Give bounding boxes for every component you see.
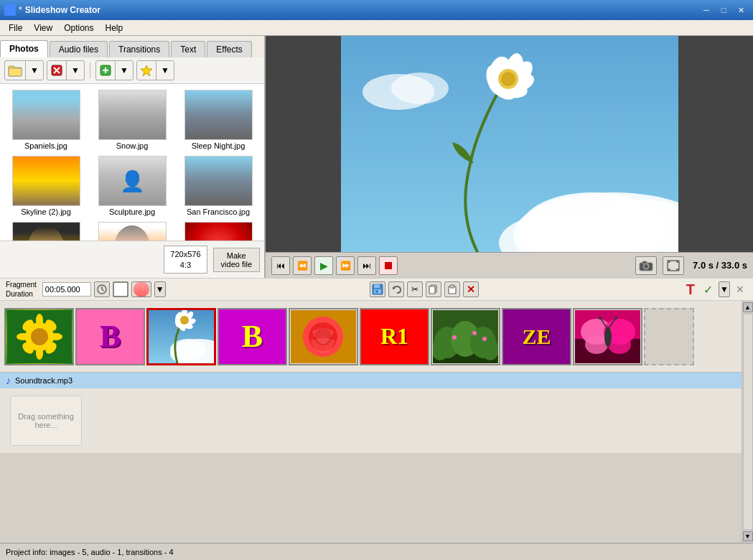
menu-file[interactable]: File (3, 22, 28, 34)
add-icon (99, 64, 112, 77)
timeline-strip-area: B (0, 301, 742, 373)
list-item[interactable]: Spaniels.jpg (4, 88, 88, 151)
dropdown-button[interactable]: ▼ (154, 281, 166, 297)
r1-thumbnail: R1 (361, 309, 428, 364)
menu-view[interactable]: View (28, 22, 58, 34)
forward-end-button[interactable]: ⏭ (357, 256, 376, 275)
list-item[interactable]: Rose.jpg (177, 220, 260, 241)
svg-point-87 (604, 327, 612, 347)
copy-button[interactable] (426, 281, 441, 297)
duration-input[interactable]: 00:05.000 (42, 282, 91, 297)
rewind-start-button[interactable]: ⏮ (271, 256, 290, 275)
fullscreen-button[interactable] (663, 256, 684, 275)
add-btn-group: ▼ (95, 60, 134, 80)
cut-button[interactable]: ✂ (407, 281, 423, 297)
add-dropdown-button[interactable]: ▼ (116, 61, 133, 80)
minimize-button[interactable]: ─ (698, 4, 714, 17)
scroll-down-button[interactable]: ▼ (743, 531, 753, 541)
make-video-button[interactable]: Makevideo file (213, 248, 260, 272)
svg-marker-9 (141, 65, 152, 76)
star-dropdown-button[interactable]: ▼ (156, 61, 174, 80)
svg-rect-30 (642, 261, 647, 263)
list-item[interactable]: Sleep Night.jpg (177, 88, 260, 151)
menu-help[interactable]: Help (100, 22, 129, 34)
preview-image (341, 36, 678, 252)
photo-thumbnail (184, 90, 253, 140)
list-item[interactable]: San Francisco.jpg (177, 154, 260, 218)
timeline-thumb-daisy[interactable] (146, 308, 216, 365)
open-dropdown-button[interactable]: ▼ (26, 61, 43, 80)
timeline-thumb-sunflower[interactable] (4, 308, 74, 365)
checkbox-button[interactable] (113, 281, 128, 297)
text-insert-button[interactable]: T (686, 281, 695, 298)
star-button[interactable] (137, 61, 156, 80)
daisy-svg-thumb (149, 310, 214, 363)
b-magenta-thumbnail: B (219, 309, 286, 364)
timeline-toolbar: Fragment Duration 00:05.000 ▼ (0, 278, 753, 301)
svg-rect-43 (450, 285, 454, 288)
menu-options[interactable]: Options (58, 22, 99, 34)
paste-button[interactable] (444, 281, 460, 297)
confirm-dropdown-button[interactable]: ▼ (719, 281, 730, 297)
forward-button[interactable]: ⏩ (336, 256, 355, 275)
audio-track: ♪ Soundtrack.mp3 (0, 373, 742, 388)
tab-photos[interactable]: Photos (0, 40, 48, 57)
list-item[interactable]: Snow.jpg (90, 88, 174, 151)
svg-rect-36 (374, 284, 380, 288)
copy-icon (429, 284, 439, 294)
preview-area (266, 36, 753, 252)
scroll-up-button[interactable]: ▲ (743, 302, 753, 312)
play-button[interactable]: ▶ (314, 256, 333, 275)
maximize-button[interactable]: □ (716, 4, 731, 17)
timeline-thumb-rose[interactable] (289, 308, 358, 365)
drop-zone-label: Drag something here... (17, 412, 75, 429)
svg-point-80 (482, 337, 487, 341)
list-item[interactable]: 👤 Sculpture.jpg (90, 154, 174, 218)
svg-point-49 (17, 333, 29, 340)
list-item[interactable]: Skyline (2).jpg (4, 154, 88, 218)
sunflower-svg (7, 310, 72, 363)
tab-audio-files[interactable]: Audio files (50, 41, 108, 57)
undo-button[interactable] (388, 281, 404, 297)
svg-point-91 (614, 317, 617, 319)
tab-effects[interactable]: Effects (207, 41, 251, 57)
add-button[interactable] (96, 61, 116, 80)
timeline-thumb-ze[interactable]: ZE (502, 308, 571, 365)
snapshot-button[interactable] (635, 256, 657, 275)
tab-text[interactable]: Text (171, 41, 205, 57)
timeline-thumb-butterfly[interactable] (573, 308, 642, 365)
separator-1 (90, 62, 90, 78)
delete-button[interactable] (47, 61, 67, 80)
avatar-button[interactable] (131, 281, 151, 297)
ze-thumbnail: ZE (503, 309, 570, 364)
list-item[interactable]: Sam.jpg (4, 220, 88, 241)
duration-picker-button[interactable] (94, 281, 110, 297)
stop-button[interactable] (379, 256, 398, 275)
timeline-thumb-r1[interactable]: R1 (360, 308, 429, 365)
svg-point-78 (452, 335, 457, 340)
scroll-track[interactable] (743, 314, 753, 530)
timeline-thumb-b-pink[interactable]: B (75, 308, 145, 365)
save-button[interactable] (370, 281, 385, 297)
close-button[interactable]: ✕ (733, 4, 749, 17)
confirm-button[interactable]: ✓ (703, 283, 713, 297)
drop-zone: Drag something here... (10, 396, 82, 446)
fragment-duration-label: Fragment Duration (6, 280, 37, 299)
svg-point-47 (36, 314, 43, 327)
timeline-thumb-b-magenta[interactable]: B (218, 308, 287, 365)
green-svg (433, 310, 498, 363)
photo-thumbnail (184, 156, 253, 206)
delete-dropdown-button[interactable]: ▼ (67, 61, 84, 80)
titlebar-asterisk: * (19, 5, 22, 15)
paste-icon (447, 284, 457, 294)
open-button[interactable] (5, 61, 26, 80)
rewind-button[interactable]: ⏪ (293, 256, 312, 275)
list-item[interactable]: Sally.jpg (90, 220, 174, 241)
tab-transitions[interactable]: Transitions (109, 41, 169, 57)
photo-name: Sleep Night.jpg (192, 141, 245, 150)
b-pink-thumbnail: B (77, 309, 144, 364)
photo-thumbnail (184, 222, 253, 241)
timeline-thumb-green[interactable] (431, 308, 500, 365)
cancel-button[interactable]: ✕ (736, 284, 744, 295)
delete-timeline-button[interactable]: ✕ (463, 281, 479, 297)
